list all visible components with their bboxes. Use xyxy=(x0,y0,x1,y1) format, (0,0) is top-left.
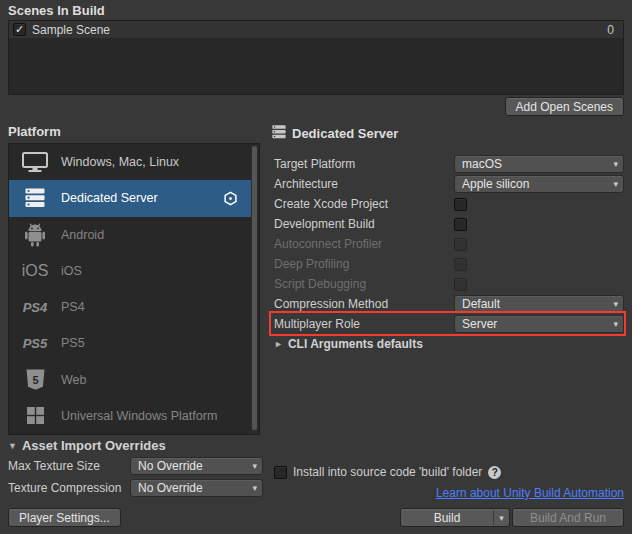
autoconnect-profiler-checkbox xyxy=(454,238,467,251)
create-xcode-project-checkbox[interactable] xyxy=(454,198,467,211)
player-settings-button[interactable]: Player Settings... xyxy=(8,508,121,527)
android-icon xyxy=(9,223,61,247)
platform-item-label: PS5 xyxy=(61,336,85,350)
chevron-down-icon: ▾ xyxy=(613,299,618,309)
platform-item-ps4[interactable]: PS4 PS4 xyxy=(9,289,251,325)
setting-row-multiplayer-role: Multiplayer Role Server ▾ xyxy=(274,315,624,333)
setting-row-target-platform: Target Platform macOS ▾ xyxy=(274,155,624,173)
platform-item-label: Android xyxy=(61,228,104,242)
scenes-list[interactable]: ✓ Sample Scene 0 xyxy=(8,20,624,95)
max-texture-size-dropdown[interactable]: No Override ▾ xyxy=(130,457,263,475)
build-button[interactable]: Build ▾ xyxy=(400,508,510,527)
install-source-label: Install into source code 'build' folder xyxy=(293,465,482,479)
platform-item-ps5[interactable]: PS5 PS5 xyxy=(9,325,251,361)
add-open-scenes-button[interactable]: Add Open Scenes xyxy=(505,97,624,116)
server-icon xyxy=(272,125,286,142)
platform-title: Platform xyxy=(8,124,61,139)
windows-icon xyxy=(9,407,61,424)
platform-scrollbar-thumb[interactable] xyxy=(252,146,257,430)
build-and-run-button[interactable]: Build And Run xyxy=(512,508,624,527)
max-texture-size-label: Max Texture Size xyxy=(8,459,100,473)
multiplayer-role-dropdown[interactable]: Server ▾ xyxy=(454,315,624,333)
chevron-down-icon: ▾ xyxy=(252,483,257,493)
platform-item-android[interactable]: Android xyxy=(9,217,251,253)
cli-arguments-foldout[interactable]: ► CLI Arguments defaults xyxy=(274,337,423,351)
setting-label: Multiplayer Role xyxy=(274,317,454,331)
desktop-icon xyxy=(9,152,61,173)
setting-label: Create Xcode Project xyxy=(274,197,454,211)
chevron-down-icon: ▾ xyxy=(613,319,618,329)
platform-item-label: iOS xyxy=(61,264,82,278)
deep-profiling-checkbox xyxy=(454,258,467,271)
setting-row-autoconnect-profiler: Autoconnect Profiler xyxy=(274,235,624,253)
foldout-closed-icon: ► xyxy=(274,339,283,349)
setting-row-compression-method: Compression Method Default ▾ xyxy=(274,295,624,313)
compression-method-dropdown[interactable]: Default ▾ xyxy=(454,295,624,313)
platform-item-label: Windows, Mac, Linux xyxy=(61,155,179,169)
ps5-logo: PS5 xyxy=(9,336,61,351)
chevron-down-icon: ▾ xyxy=(252,461,257,471)
help-icon[interactable]: ? xyxy=(488,466,501,479)
development-build-checkbox[interactable] xyxy=(454,218,467,231)
setting-row-create-xcode-project: Create Xcode Project xyxy=(274,195,624,213)
setting-row-deep-profiling: Deep Profiling xyxy=(274,255,624,273)
setting-label: Autoconnect Profiler xyxy=(274,237,454,251)
platform-item-windows-mac-linux[interactable]: Windows, Mac, Linux xyxy=(9,144,251,180)
texture-compression-dropdown[interactable]: No Override ▾ xyxy=(130,479,263,497)
ps4-logo: PS4 xyxy=(9,300,61,315)
setting-row-script-debugging: Script Debugging xyxy=(274,275,624,293)
chevron-down-icon: ▾ xyxy=(613,159,618,169)
asset-import-overrides-foldout[interactable]: ▼ Asset Import Overrides xyxy=(8,438,166,453)
scenes-in-build-title: Scenes In Build xyxy=(8,3,105,18)
platform-item-label: Universal Windows Platform xyxy=(61,409,217,423)
build-settings-window: Scenes In Build ✓ Sample Scene 0 Add Ope… xyxy=(0,0,632,534)
platform-item-dedicated-server[interactable]: Dedicated Server xyxy=(9,180,251,216)
setting-row-development-build: Development Build xyxy=(274,215,624,233)
platform-item-label: PS4 xyxy=(61,300,85,314)
scene-enabled-checkbox[interactable]: ✓ xyxy=(13,23,26,36)
platform-scrollbar xyxy=(251,145,258,433)
setting-row-architecture: Architecture Apple silicon ▾ xyxy=(274,175,624,193)
learn-build-automation-link[interactable]: Learn about Unity Build Automation xyxy=(436,486,624,500)
unity-active-target-icon xyxy=(223,191,238,206)
target-platform-dropdown[interactable]: macOS ▾ xyxy=(454,155,624,173)
settings-panel-title: Dedicated Server xyxy=(292,126,398,141)
check-icon: ✓ xyxy=(15,24,24,35)
platform-list: Windows, Mac, Linux xyxy=(8,143,260,435)
scene-name: Sample Scene xyxy=(32,23,110,37)
install-source-checkbox[interactable] xyxy=(274,466,287,479)
platform-item-ios[interactable]: iOS iOS xyxy=(9,253,251,289)
ios-logo: iOS xyxy=(9,262,61,280)
scene-row[interactable]: ✓ Sample Scene 0 xyxy=(9,21,623,38)
build-dropdown-arrow-icon[interactable]: ▾ xyxy=(494,513,509,523)
server-icon xyxy=(9,188,61,208)
svg-text:5: 5 xyxy=(32,373,38,385)
setting-label: Deep Profiling xyxy=(274,257,454,271)
platform-item-web[interactable]: 5 Web xyxy=(9,362,251,398)
setting-label: Script Debugging xyxy=(274,277,454,291)
setting-label: Compression Method xyxy=(274,297,454,311)
foldout-open-icon: ▼ xyxy=(8,441,17,451)
chevron-down-icon: ▾ xyxy=(613,179,618,189)
setting-label: Architecture xyxy=(274,177,454,191)
architecture-dropdown[interactable]: Apple silicon ▾ xyxy=(454,175,624,193)
install-source-row: Install into source code 'build' folder … xyxy=(274,465,501,479)
setting-label: Target Platform xyxy=(274,157,454,171)
platform-item-label: Web xyxy=(61,373,86,387)
script-debugging-checkbox xyxy=(454,278,467,291)
platform-item-label: Dedicated Server xyxy=(61,191,158,205)
texture-compression-label: Texture Compression xyxy=(8,481,121,495)
platform-item-uwp[interactable]: Universal Windows Platform xyxy=(9,398,251,434)
html5-icon: 5 xyxy=(9,369,61,391)
scene-build-index: 0 xyxy=(607,23,614,37)
setting-label: Development Build xyxy=(274,217,454,231)
